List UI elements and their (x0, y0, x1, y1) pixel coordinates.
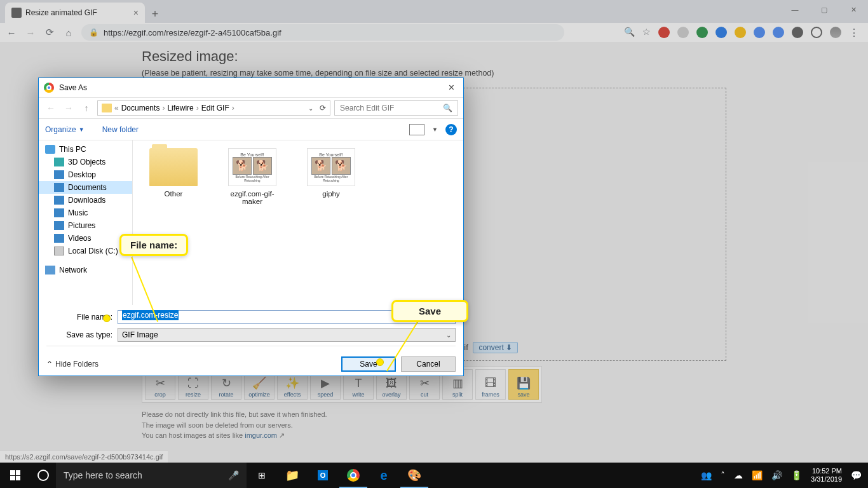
chrome-icon (44, 83, 54, 93)
extension-icons: 🔍 ☆ ⋮ (624, 27, 863, 38)
nav-back-button[interactable]: ← (44, 103, 58, 113)
taskbar-apps: ⊞ 📁 O e 🎨 (247, 463, 430, 488)
window-close-button[interactable]: ✕ (839, 0, 868, 19)
nav-up-button[interactable]: ↑ (79, 103, 93, 113)
help-icon[interactable]: ? (445, 124, 457, 135)
people-icon[interactable]: 👥 (701, 470, 712, 480)
nav-videos[interactable]: Videos (39, 232, 132, 245)
cortana-icon (37, 470, 49, 481)
breadcrumb-dropdown-icon[interactable]: ⌄ (308, 105, 313, 112)
ext-drive-icon[interactable] (735, 27, 746, 38)
nav-forward-button[interactable]: → (62, 103, 76, 113)
address-bar[interactable]: 🔒 https://ezgif.com/resize/ezgif-2-a4510… (81, 24, 564, 41)
notifications-icon[interactable]: 💬 (851, 470, 862, 480)
tab-close-icon[interactable]: × (133, 8, 139, 18)
system-tray: 👥 ˄ ☁ 📶 🔊 🔋 10:52 PM 3/31/2019 💬 (701, 467, 868, 484)
tray-chevron-icon[interactable]: ˄ (721, 470, 725, 480)
wifi-icon[interactable]: 📶 (752, 470, 763, 480)
file-giphy[interactable]: Be Yourself! 🐕🐕 Before Retouching After … (301, 148, 362, 198)
convert-button[interactable]: convert ⬇ (473, 342, 518, 353)
onedrive-icon[interactable]: ☁ (734, 470, 743, 480)
ext-gray-icon[interactable] (677, 27, 689, 38)
view-mode-button[interactable] (409, 124, 424, 135)
footer-line1: Please do not directly link this file, b… (142, 409, 726, 420)
page-heading: Resized image: (142, 48, 726, 65)
item-label: ezgif.com-gif-maker (222, 190, 283, 205)
new-tab-button[interactable]: + (146, 5, 164, 23)
ext-green-icon[interactable] (696, 27, 708, 38)
frames-icon: 🎞 (485, 377, 496, 390)
taskbar-paint[interactable]: 🎨 (399, 463, 430, 488)
pc-icon (45, 145, 55, 154)
browser-toolbar: ← → ⟳ ⌂ 🔒 https://ezgif.com/resize/ezgif… (0, 23, 868, 42)
crumb-lifewire[interactable]: Lifewire (167, 104, 193, 112)
dialog-command-bar: Organize ▼ New folder ▼ ? (39, 119, 463, 140)
pictures-icon (54, 221, 64, 230)
browser-menu-icon[interactable]: ⋮ (849, 27, 859, 38)
videos-icon (54, 234, 64, 243)
callout-save: Save (391, 300, 468, 322)
refresh-icon[interactable]: ⟳ (320, 104, 326, 112)
organize-button[interactable]: Organize ▼ (45, 125, 85, 134)
breadcrumb-bar[interactable]: « Documents › Lifewire › Edit GIF › ⌄ ⟳ (97, 100, 330, 116)
nav-local-disk[interactable]: Local Disk (C:) (39, 245, 132, 257)
ext-pdf-icon[interactable] (792, 27, 803, 38)
back-button[interactable]: ← (5, 26, 18, 39)
crumb-editgif[interactable]: Edit GIF (201, 104, 229, 112)
crop-icon: ✂ (156, 376, 165, 390)
file-ezgif-maker[interactable]: Be Yourself! 🐕🐕 Before Retouching After … (222, 148, 283, 205)
bookmark-star-icon[interactable]: ☆ (642, 27, 651, 38)
clock[interactable]: 10:52 PM 3/31/2019 (811, 467, 842, 484)
tool-frames[interactable]: 🎞frames (475, 369, 506, 400)
browser-tab[interactable]: Resize animated GIF × (5, 3, 145, 23)
view-dropdown-icon[interactable]: ▼ (432, 126, 438, 133)
new-folder-button[interactable]: New folder (102, 125, 139, 134)
tool-save[interactable]: 💾save (508, 369, 539, 400)
folder-icon (149, 148, 198, 186)
nav-music[interactable]: Music (39, 207, 132, 219)
imgur-link[interactable]: imgur.com (245, 431, 277, 439)
windows-logo-icon (10, 470, 20, 480)
ext-bluecircle-icon[interactable] (754, 27, 765, 38)
folder-search-input[interactable]: Search Edit GIF 🔍 (334, 100, 458, 116)
nav-this-pc[interactable]: This PC (39, 143, 132, 156)
profile-avatar-icon[interactable] (830, 27, 841, 38)
ext-abp-icon[interactable] (658, 27, 670, 38)
forward-button[interactable]: → (24, 26, 37, 39)
hide-folders-toggle[interactable]: ⌃ Hide Folders (46, 360, 98, 369)
cast-icon[interactable] (811, 27, 822, 38)
taskbar-chrome[interactable] (338, 463, 369, 488)
start-button[interactable] (0, 463, 31, 488)
ext-g-icon[interactable] (715, 27, 727, 38)
volume-icon[interactable]: 🔊 (771, 470, 782, 480)
nav-downloads[interactable]: Downloads (39, 194, 132, 207)
taskbar-search[interactable]: Type here to search 🎤 (56, 463, 247, 488)
task-view-button[interactable]: ⊞ (247, 463, 277, 488)
navigation-pane[interactable]: This PC 3D Objects Desktop Documents Dow… (39, 140, 133, 305)
reload-button[interactable]: ⟳ (43, 26, 56, 39)
cortana-button[interactable] (31, 470, 56, 481)
taskbar-outlook[interactable]: O (308, 463, 338, 488)
nav-pictures[interactable]: Pictures (39, 219, 132, 232)
nav-desktop[interactable]: Desktop (39, 168, 132, 181)
folder-other[interactable]: Other (143, 148, 204, 198)
nav-3d-objects[interactable]: 3D Objects (39, 156, 132, 168)
home-button[interactable]: ⌂ (62, 26, 75, 39)
taskbar-edge[interactable]: e (369, 463, 399, 488)
objects3d-icon (54, 158, 64, 166)
maximize-button[interactable]: ▢ (810, 0, 839, 19)
battery-icon[interactable]: 🔋 (791, 470, 802, 480)
taskbar-explorer[interactable]: 📁 (277, 463, 308, 488)
nav-network[interactable]: Network (39, 264, 132, 276)
effects-icon: ✨ (285, 376, 299, 390)
minimize-button[interactable]: — (780, 0, 810, 19)
nav-documents[interactable]: Documents (39, 181, 132, 194)
ext-bluesquare-icon[interactable] (773, 27, 784, 38)
tab-title: Resize animated GIF (25, 8, 97, 17)
content-pane[interactable]: Other Be Yourself! 🐕🐕 Before Retouching … (133, 140, 463, 305)
zoom-icon[interactable]: 🔍 (624, 27, 635, 38)
crumb-documents[interactable]: Documents (121, 104, 160, 112)
dialog-close-button[interactable]: × (445, 82, 458, 93)
cancel-button[interactable]: Cancel (401, 356, 456, 372)
save-as-dialog: Save As × ← → ↑ « Documents › Lifewire ›… (38, 78, 464, 376)
